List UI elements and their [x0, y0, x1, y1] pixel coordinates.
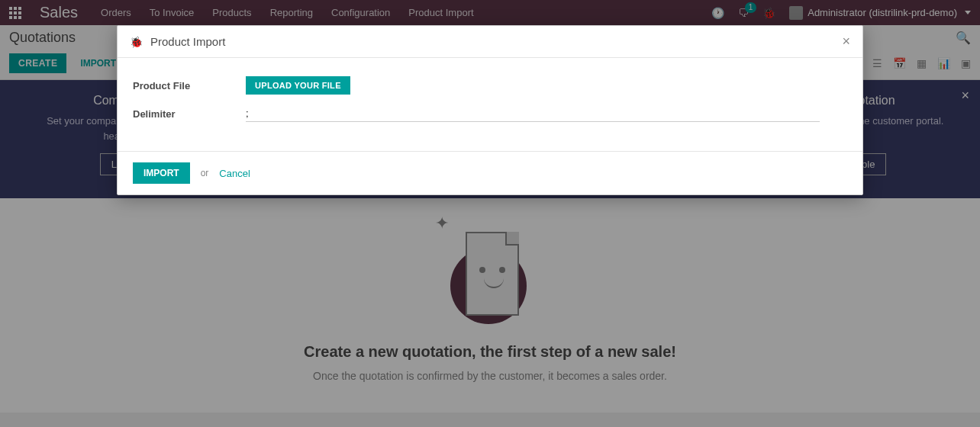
modal-footer: IMPORT or Cancel	[118, 151, 862, 194]
or-text: or	[201, 168, 209, 178]
upload-file-button[interactable]: UPLOAD YOUR FILE	[246, 76, 350, 95]
label-product-file: Product File	[133, 80, 246, 92]
form-row-file: Product File UPLOAD YOUR FILE	[133, 76, 847, 95]
delimiter-input[interactable]	[246, 105, 820, 122]
modal-body: Product File UPLOAD YOUR FILE Delimiter	[118, 58, 862, 151]
label-delimiter: Delimiter	[133, 108, 246, 120]
modal-title: Product Import	[150, 35, 842, 48]
import-button[interactable]: IMPORT	[133, 162, 190, 184]
close-button[interactable]: ×	[842, 34, 850, 50]
cancel-link[interactable]: Cancel	[219, 168, 250, 179]
bug-icon[interactable]: 🐞	[130, 36, 143, 48]
modal-header: 🐞 Product Import ×	[118, 26, 862, 58]
product-import-modal: 🐞 Product Import × Product File UPLOAD Y…	[117, 25, 863, 195]
form-row-delimiter: Delimiter	[133, 105, 847, 122]
